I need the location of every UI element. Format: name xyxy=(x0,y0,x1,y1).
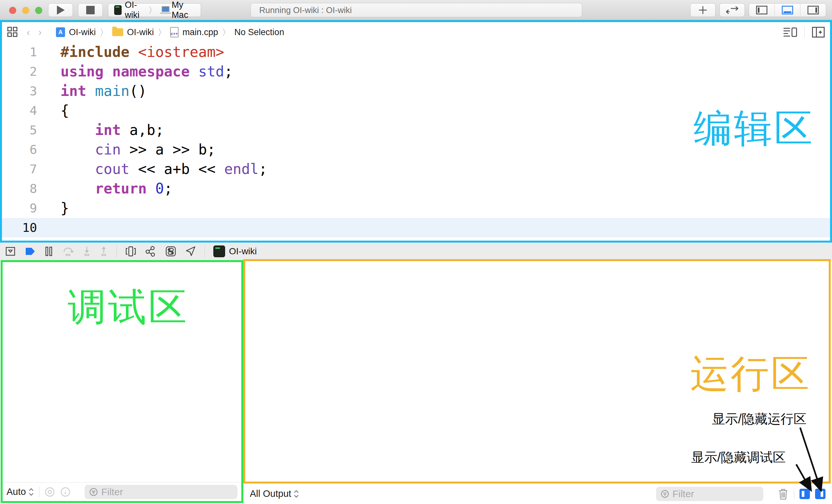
breadcrumb-separator: 〉 xyxy=(100,27,108,38)
variables-filter-field[interactable] xyxy=(84,485,237,499)
variables-filter-input[interactable] xyxy=(101,486,233,498)
stop-button[interactable] xyxy=(78,3,103,17)
token-include: <iostream> xyxy=(138,44,224,60)
code-line-text: return 0; xyxy=(60,179,173,198)
plus-icon xyxy=(698,5,707,15)
back-forward-buttons[interactable]: ‹› xyxy=(27,27,50,38)
breadcrumb-separator: 〉 xyxy=(222,27,231,38)
quicklook-eye-icon[interactable] xyxy=(45,487,55,497)
token-plain xyxy=(60,122,95,138)
panel-toggle-group xyxy=(749,3,826,17)
token-plain: >> a >> b; xyxy=(121,141,215,158)
token-plain: { xyxy=(60,102,69,119)
console-pane: 运行区 显示/隐藏运行区 显示/隐藏调试区 xyxy=(243,259,831,483)
divider xyxy=(794,488,794,500)
token-function: main xyxy=(95,83,129,99)
line-number: 10 xyxy=(2,218,37,237)
filter-icon xyxy=(660,489,669,499)
play-icon xyxy=(56,5,66,15)
token-keyword: int xyxy=(95,122,121,138)
console-filter-input[interactable] xyxy=(672,488,759,500)
token-plain: () xyxy=(129,83,147,99)
variables-bottom-bar: Auto xyxy=(3,482,241,501)
divider xyxy=(205,245,205,258)
breadcrumb-group[interactable]: OI-wiki xyxy=(127,27,154,37)
token-number: 0 xyxy=(155,180,164,197)
line-number: 6 xyxy=(2,140,37,159)
code-line-text: int main() xyxy=(60,81,147,101)
folder-icon xyxy=(112,28,123,36)
hide-debug-area-icon[interactable] xyxy=(4,245,16,257)
process-name: OI-wiki xyxy=(229,246,257,257)
code-line-text: #include <iostream> xyxy=(60,42,224,62)
close-window-button[interactable] xyxy=(9,7,16,14)
divider xyxy=(116,245,117,258)
project-icon xyxy=(56,27,65,37)
run-button[interactable] xyxy=(48,3,73,17)
code-line-text: using namespace std; xyxy=(60,62,233,81)
code-line[interactable]: 10 xyxy=(2,218,830,237)
toggle-navigator-button[interactable] xyxy=(749,4,775,17)
info-icon[interactable] xyxy=(60,487,71,497)
line-number: 2 xyxy=(2,62,37,81)
code-line[interactable]: 7 cout << a+b << endl; xyxy=(2,159,830,179)
show-hide-console-button[interactable] xyxy=(815,489,826,499)
breadcrumb-separator: 〉 xyxy=(158,27,166,38)
step-over-icon[interactable] xyxy=(62,246,74,257)
token-keyword: int xyxy=(60,83,86,99)
editor-mode-button[interactable] xyxy=(720,3,745,17)
adjust-editor-options-icon[interactable] xyxy=(783,27,797,38)
panel-right-icon xyxy=(807,5,819,15)
scheme-selector[interactable]: OI-wiki 〉 My Mac xyxy=(108,3,201,17)
code-line[interactable]: 3int main() xyxy=(2,81,830,101)
simulate-location-icon[interactable] xyxy=(185,246,196,257)
environment-overrides-icon[interactable] xyxy=(165,245,177,257)
code-line-text: cout << a+b << endl; xyxy=(60,159,267,179)
target-app-icon xyxy=(114,5,122,15)
code-line-text: cin >> a >> b; xyxy=(60,140,216,159)
step-into-icon[interactable] xyxy=(83,246,91,257)
token-library: cout xyxy=(95,161,129,177)
line-number: 8 xyxy=(2,179,37,198)
cpp-file-icon: c++ xyxy=(170,27,179,37)
related-items-icon[interactable] xyxy=(7,27,18,38)
code-line[interactable]: 2using namespace std; xyxy=(2,62,830,81)
zoom-window-button[interactable] xyxy=(35,7,42,14)
console-filter-field[interactable] xyxy=(656,487,763,501)
token-plain xyxy=(60,180,95,197)
add-editor-icon[interactable] xyxy=(812,27,825,38)
running-process[interactable]: OI-wiki xyxy=(213,245,257,257)
toggle-debug-area-button[interactable] xyxy=(775,4,800,17)
line-number: 9 xyxy=(2,198,37,218)
token-plain: } xyxy=(60,200,69,216)
status-text: Running OI-wiki : OI-wiki xyxy=(259,5,352,15)
code-line[interactable]: 8 return 0; xyxy=(2,179,830,198)
show-hide-debug-area-button[interactable] xyxy=(800,489,810,499)
minimize-window-button[interactable] xyxy=(22,7,29,14)
clear-console-trash-icon[interactable] xyxy=(778,488,789,500)
variables-scope-dropdown[interactable]: Auto xyxy=(6,486,34,497)
token-preproc: #include xyxy=(60,44,138,60)
code-line[interactable]: 9} xyxy=(2,198,830,218)
panel-left-icon xyxy=(756,5,768,15)
breadcrumb-project[interactable]: OI-wiki xyxy=(69,27,96,37)
stop-icon xyxy=(86,6,95,14)
console-output-dropdown[interactable]: All Output xyxy=(250,488,299,499)
breadcrumb-file[interactable]: main.cpp xyxy=(182,27,218,37)
code-line[interactable]: 1#include <iostream> xyxy=(2,42,830,62)
library-button[interactable] xyxy=(690,3,716,17)
breadcrumb-selection[interactable]: No Selection xyxy=(235,27,284,37)
breakpoints-toggle-icon[interactable] xyxy=(25,246,36,256)
pause-icon[interactable] xyxy=(44,246,53,257)
view-hierarchy-debugger-icon[interactable] xyxy=(125,245,136,257)
toggle-debug-annotation: 显示/隐藏调试区 xyxy=(691,448,786,466)
memory-graph-debugger-icon[interactable] xyxy=(145,245,156,257)
toggle-inspector-button[interactable] xyxy=(800,4,826,17)
token-type: std xyxy=(199,63,224,80)
line-number: 4 xyxy=(2,101,37,120)
run-area-annotation: 运行区 xyxy=(690,348,811,400)
step-out-icon[interactable] xyxy=(100,246,108,257)
token-plain: ; xyxy=(224,63,233,80)
scheme-separator: 〉 xyxy=(148,4,157,16)
swap-arrows-icon xyxy=(726,6,739,14)
